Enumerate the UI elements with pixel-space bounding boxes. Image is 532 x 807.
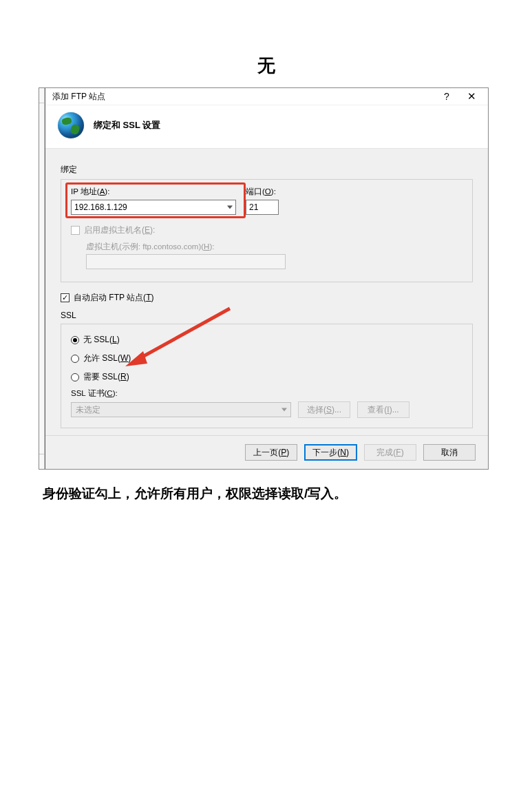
ssl-none-radio[interactable]: 无 SSL(L)	[71, 334, 462, 346]
dialog-footer: 上一页(P) 下一步(N) 完成(F) 取消	[45, 435, 488, 469]
dialog-titlebar: 添加 FTP 站点 ? ✕	[45, 88, 488, 105]
dialog-body: 绑定 IP 地址(A): 192.168.1.129	[45, 148, 488, 435]
ssl-require-radio[interactable]: 需要 SSL(R)	[71, 371, 462, 383]
close-button[interactable]: ✕	[459, 88, 484, 105]
ssl-cert-combo: 未选定	[71, 402, 291, 417]
ssl-cert-select-button: 选择(S)...	[298, 401, 350, 418]
ssl-require-label: 需要 SSL(R)	[83, 371, 129, 383]
dialog-title: 添加 FTP 站点	[52, 91, 105, 103]
ftp-wizard-dialog: 添加 FTP 站点 ? ✕ 绑定和 SSL 设置 绑定 IP 地址(A):	[45, 88, 488, 469]
instruction-caption: 身份验证勾上，允许所有用户，权限选择读取/写入。	[43, 485, 532, 503]
radio-icon	[71, 355, 79, 363]
radio-icon	[71, 336, 79, 344]
port-label: 端口(O):	[246, 187, 279, 197]
virtual-host-example-label: 虚拟主机(示例: ftp.contoso.com)(H):	[86, 242, 462, 252]
chevron-down-icon	[227, 206, 233, 209]
radio-icon	[71, 373, 79, 381]
dialog-header-title: 绑定和 SSL 设置	[94, 119, 160, 132]
prev-button[interactable]: 上一页(P)	[245, 444, 297, 461]
enable-virtual-host-checkbox[interactable]: 启用虚拟主机名(E):	[71, 224, 462, 236]
binding-group-label: 绑定	[61, 164, 473, 176]
screenshot-frame: 添加 FTP 站点 ? ✕ 绑定和 SSL 设置 绑定 IP 地址(A):	[39, 87, 489, 470]
ip-address-value: 192.168.1.129	[74, 202, 127, 212]
enable-virtual-host-label: 启用虚拟主机名(E):	[84, 224, 155, 236]
cancel-button[interactable]: 取消	[423, 444, 476, 461]
finish-button: 完成(F)	[364, 444, 416, 461]
autostart-ftp-label: 自动启动 FTP 站点(T)	[74, 292, 153, 304]
ssl-allow-radio[interactable]: 允许 SSL(W)	[71, 353, 462, 364]
next-button[interactable]: 下一步(N)	[304, 444, 357, 461]
port-value: 21	[249, 202, 258, 212]
background-window-sliver	[39, 88, 45, 469]
ssl-allow-label: 允许 SSL(W)	[83, 353, 131, 364]
ssl-cert-value: 未选定	[76, 404, 100, 416]
ip-address-combo[interactable]: 192.168.1.129	[71, 200, 236, 215]
ssl-group-label: SSL	[61, 311, 473, 320]
binding-group: IP 地址(A): 192.168.1.129 端口(O): 21	[61, 179, 473, 282]
checkbox-icon	[71, 226, 80, 235]
ssl-cert-label: SSL 证书(C):	[71, 388, 462, 399]
port-input[interactable]: 21	[246, 200, 279, 215]
checkbox-icon: ✓	[61, 293, 70, 302]
virtual-host-input	[86, 254, 286, 269]
globe-icon	[58, 112, 84, 138]
ssl-cert-view-button: 查看(I)...	[357, 401, 409, 418]
autostart-ftp-checkbox[interactable]: ✓ 自动启动 FTP 站点(T)	[61, 292, 473, 304]
dialog-header: 绑定和 SSL 设置	[45, 105, 488, 148]
help-button[interactable]: ?	[434, 88, 459, 105]
page-heading: 无	[0, 54, 532, 78]
ssl-none-label: 无 SSL(L)	[83, 334, 120, 346]
ip-address-label: IP 地址(A):	[71, 187, 236, 197]
ssl-group: 无 SSL(L) 允许 SSL(W) 需要 SSL(R) SSL 证	[61, 324, 473, 428]
chevron-down-icon	[281, 408, 287, 412]
